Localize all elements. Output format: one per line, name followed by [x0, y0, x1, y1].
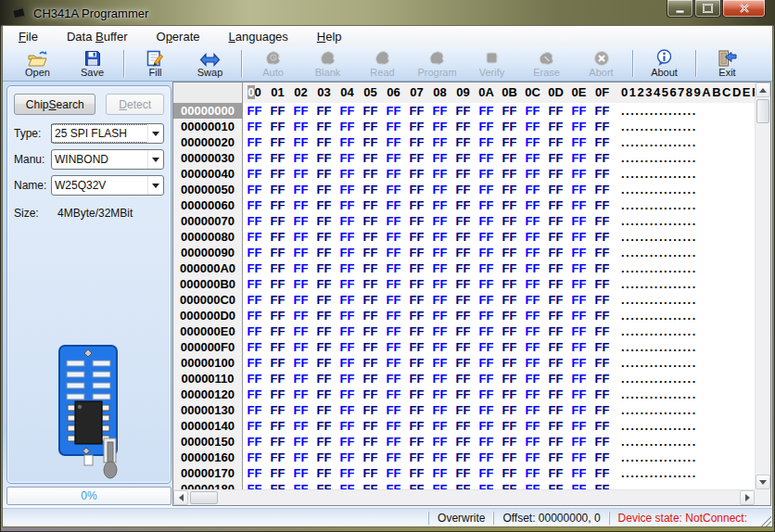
hex-byte[interactable]: FF	[405, 134, 428, 150]
hex-byte[interactable]: FF	[312, 166, 336, 182]
hex-byte[interactable]: FF	[451, 245, 475, 260]
hex-byte[interactable]: FF	[475, 465, 498, 481]
hex-byte[interactable]: FF	[312, 402, 336, 418]
hex-byte[interactable]: FF	[567, 386, 591, 402]
hex-row-ascii[interactable]: ................	[621, 103, 697, 119]
hex-row-ascii[interactable]: ................	[621, 308, 697, 323]
hex-byte[interactable]: FF	[289, 213, 312, 229]
hex-byte[interactable]: FF	[567, 450, 591, 465]
hex-byte[interactable]: FF	[359, 229, 382, 245]
hex-byte[interactable]: FF	[336, 450, 359, 465]
hex-byte[interactable]: FF	[266, 197, 289, 213]
hex-byte[interactable]: FF	[289, 276, 312, 292]
hex-byte[interactable]: FF	[475, 402, 498, 418]
hex-byte[interactable]: FF	[336, 323, 359, 339]
hex-byte[interactable]: FF	[428, 103, 451, 119]
hex-byte[interactable]: FF	[498, 481, 521, 489]
hex-byte[interactable]: FF	[591, 134, 614, 150]
hex-byte[interactable]: FF	[359, 402, 382, 418]
minimize-button[interactable]	[667, 0, 693, 18]
hex-byte[interactable]: FF	[405, 465, 428, 481]
hex-byte[interactable]: FF	[312, 150, 336, 166]
hex-byte[interactable]: FF	[521, 323, 544, 339]
manu-combobox[interactable]: WINBOND	[51, 149, 164, 170]
hex-byte[interactable]: FF	[544, 119, 567, 134]
hex-byte[interactable]: FF	[359, 465, 382, 481]
hex-byte[interactable]: FF	[359, 355, 382, 371]
hex-byte[interactable]: FF	[382, 450, 405, 465]
hex-byte[interactable]: FF	[521, 276, 544, 292]
hex-byte[interactable]: FF	[266, 465, 289, 481]
hex-byte[interactable]: FF	[544, 386, 567, 402]
hex-byte[interactable]: FF	[498, 450, 521, 465]
hex-byte[interactable]: FF	[382, 150, 405, 166]
hex-byte[interactable]: FF	[266, 481, 289, 489]
hex-byte[interactable]: FF	[266, 245, 289, 260]
hex-byte[interactable]: FF	[266, 402, 289, 418]
hex-byte[interactable]: FF	[567, 134, 591, 150]
menu-item-languages[interactable]: Languages	[229, 30, 288, 44]
hex-byte[interactable]: FF	[567, 339, 591, 355]
hex-byte[interactable]: FF	[521, 339, 544, 355]
hex-byte[interactable]: FF	[266, 323, 289, 339]
hex-byte[interactable]: FF	[405, 323, 428, 339]
hex-byte[interactable]: FF	[359, 182, 382, 197]
hex-byte[interactable]: FF	[567, 245, 591, 260]
hex-byte[interactable]: FF	[428, 323, 451, 339]
hex-byte[interactable]: FF	[451, 450, 475, 465]
hex-byte[interactable]: FF	[405, 245, 428, 260]
hex-byte[interactable]: FF	[359, 103, 382, 119]
hex-byte[interactable]: FF	[336, 339, 359, 355]
hex-byte[interactable]: FF	[243, 103, 266, 119]
hex-byte[interactable]: FF	[405, 434, 428, 450]
hex-byte[interactable]: FF	[475, 134, 498, 150]
hex-byte[interactable]: FF	[567, 308, 591, 323]
hex-byte[interactable]: FF	[312, 134, 336, 150]
hex-byte[interactable]: FF	[475, 308, 498, 323]
open-button[interactable]: Open	[10, 47, 65, 81]
hex-byte[interactable]: FF	[312, 260, 336, 276]
hex-byte[interactable]: FF	[312, 197, 336, 213]
hex-byte[interactable]: FF	[312, 339, 336, 355]
hex-byte[interactable]: FF	[312, 229, 336, 245]
hex-byte[interactable]: FF	[243, 434, 266, 450]
hex-byte[interactable]: FF	[266, 150, 289, 166]
hex-byte[interactable]: FF	[405, 481, 428, 489]
hex-byte[interactable]: FF	[544, 371, 567, 386]
hex-byte[interactable]: FF	[336, 402, 359, 418]
hex-row-ascii[interactable]: ................	[621, 260, 697, 276]
hex-byte[interactable]: FF	[336, 292, 359, 308]
hex-row-ascii[interactable]: ................	[621, 386, 697, 402]
hex-byte[interactable]: FF	[359, 166, 382, 182]
hex-byte[interactable]: FF	[475, 292, 498, 308]
hex-byte[interactable]: FF	[289, 371, 312, 386]
hex-byte[interactable]: FF	[428, 119, 451, 134]
hex-byte[interactable]: FF	[475, 386, 498, 402]
hex-byte[interactable]: FF	[428, 308, 451, 323]
hex-byte[interactable]: FF	[336, 276, 359, 292]
hex-byte[interactable]: FF	[475, 229, 498, 245]
hex-byte[interactable]: FF	[359, 434, 382, 450]
hex-byte[interactable]: FF	[498, 465, 521, 481]
hex-byte[interactable]: FF	[451, 134, 475, 150]
hex-byte[interactable]: FF	[475, 339, 498, 355]
hex-byte[interactable]: FF	[498, 166, 521, 182]
hex-byte[interactable]: FF	[359, 323, 382, 339]
hex-byte[interactable]: FF	[382, 418, 405, 434]
hex-byte[interactable]: FF	[243, 355, 266, 371]
hex-row-ascii[interactable]: ................	[621, 371, 697, 386]
hex-byte[interactable]: FF	[243, 245, 266, 260]
hex-byte[interactable]: FF	[567, 150, 591, 166]
hex-byte[interactable]: FF	[591, 103, 614, 119]
scroll-down-button[interactable]	[756, 475, 770, 489]
hex-byte[interactable]: FF	[544, 134, 567, 150]
hex-byte[interactable]: FF	[312, 119, 336, 134]
horizontal-scrollbar[interactable]	[173, 489, 755, 505]
menu-item-help[interactable]: Help	[317, 30, 342, 44]
hex-row-ascii[interactable]: ................	[621, 276, 697, 292]
hex-byte[interactable]: FF	[498, 119, 521, 134]
hex-byte[interactable]: FF	[521, 119, 544, 134]
hex-byte[interactable]: FF	[544, 292, 567, 308]
hex-byte[interactable]: FF	[336, 103, 359, 119]
hex-byte[interactable]: FF	[382, 103, 405, 119]
